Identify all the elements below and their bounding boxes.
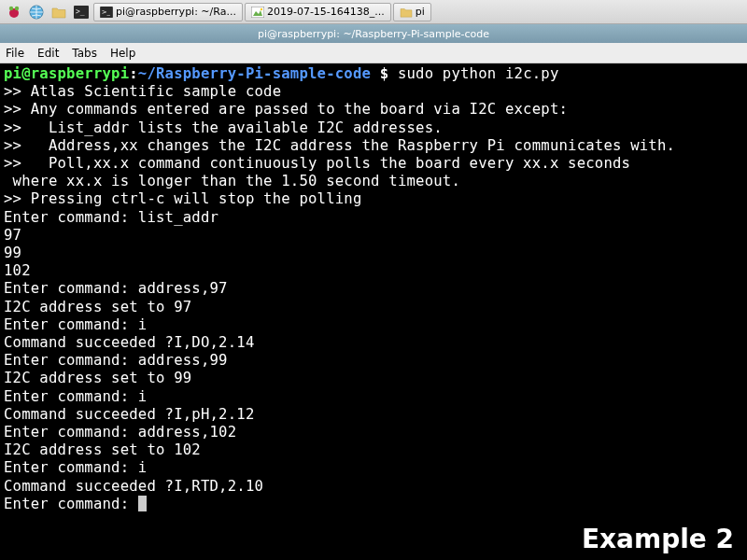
svg-point-2	[15, 6, 19, 9]
folder-icon	[400, 6, 413, 19]
menu-tabs[interactable]: Tabs	[72, 47, 97, 60]
menu-file[interactable]: File	[6, 47, 24, 60]
prompt-dollar: $	[371, 65, 398, 82]
file-manager-icon[interactable]	[49, 2, 69, 22]
raspberry-menu-icon[interactable]	[4, 2, 24, 22]
taskbar-window-image[interactable]: 2019-07-15-164138_...	[245, 3, 391, 21]
terminal-output[interactable]: pi@raspberrypi:~/Raspberry-Pi-sample-cod…	[0, 63, 747, 560]
menu-help[interactable]: Help	[110, 47, 135, 60]
svg-rect-8	[251, 7, 264, 18]
taskbar-window-label: 2019-07-15-164138_...	[267, 6, 385, 18]
terminal-lines: >> Atlas Scientific sample code >> Any c…	[4, 83, 675, 512]
svg-text:>_: >_	[102, 7, 111, 15]
taskbar-window-folder[interactable]: pi	[393, 3, 431, 21]
window-titlebar[interactable]: pi@raspberrypi: ~/Raspberry-Pi-sample-co…	[0, 24, 747, 43]
taskbar-window-terminal[interactable]: >_ pi@raspberrypi: ~/Ra...	[93, 3, 243, 21]
taskbar-window-label: pi@raspberrypi: ~/Ra...	[116, 6, 236, 18]
example-label: Example 2	[582, 524, 734, 554]
prompt-user-host: pi@raspberrypi	[4, 65, 129, 82]
svg-point-10	[261, 7, 262, 9]
menubar: File Edit Tabs Help	[0, 43, 747, 63]
svg-text:>_: >_	[76, 7, 85, 16]
window-title: pi@raspberrypi: ~/Raspberry-Pi-sample-co…	[258, 28, 489, 40]
prompt-colon: :	[129, 65, 138, 82]
terminal-cursor	[138, 496, 147, 511]
terminal-icon: >_	[100, 6, 113, 19]
svg-point-1	[9, 6, 13, 9]
taskbar: >_ >_ pi@raspberrypi: ~/Ra... 2019-07-15…	[0, 0, 747, 24]
web-browser-icon[interactable]	[26, 2, 47, 22]
prompt-command: sudo python i2c.py	[398, 65, 559, 82]
terminal-launcher-icon[interactable]: >_	[71, 2, 92, 22]
menu-edit[interactable]: Edit	[37, 47, 59, 60]
image-icon	[251, 6, 264, 19]
taskbar-window-label: pi	[416, 6, 425, 18]
prompt-path: ~/Raspberry-Pi-sample-code	[138, 65, 371, 82]
